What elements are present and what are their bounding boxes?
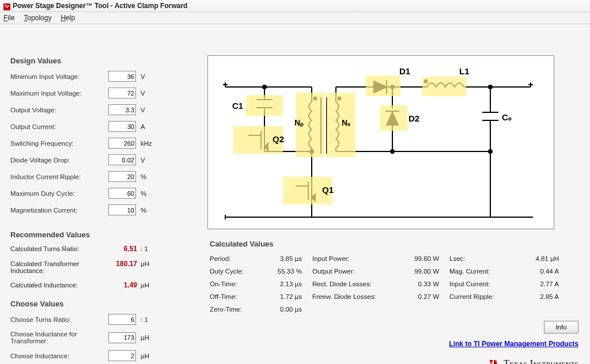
- label-d2: D2: [409, 113, 419, 123]
- recommended-row: Calculated Turns Ratio:6.51: 1: [10, 245, 195, 253]
- design-value-unit: %: [141, 207, 158, 214]
- calc-row: Input Power:99.60 W: [312, 255, 439, 262]
- design-value-unit: %: [141, 173, 158, 180]
- choose-title: Choose Values: [10, 299, 195, 308]
- design-value-input[interactable]: [108, 171, 136, 182]
- menu-topology[interactable]: Topology: [24, 12, 51, 24]
- design-value-label: Output Voltage:: [10, 107, 108, 113]
- design-value-input[interactable]: [108, 154, 136, 165]
- calc-row: Output Power:99.00 W: [312, 268, 439, 275]
- design-value-label: Inductor Current Ripple:: [10, 173, 108, 180]
- calc-row: Duty Cycle:55.33 %: [210, 268, 302, 275]
- window-title: Power Stage Designer™ Tool - Active Clam…: [13, 0, 187, 12]
- ti-brand-text: Texas Instruments: [504, 358, 578, 364]
- design-value-row: Maximum Input Voltage:V: [10, 88, 195, 98]
- design-value-unit: V: [141, 73, 158, 80]
- label-d1: D1: [399, 66, 410, 76]
- choose-input[interactable]: [108, 350, 136, 361]
- design-value-unit: %: [141, 190, 158, 197]
- left-panel: Design Values Minimum Input Voltage:VMax…: [10, 56, 195, 364]
- choose-row: Choose Inductance for Transformer:µH: [10, 331, 195, 344]
- app-icon: [3, 2, 10, 9]
- menu-file[interactable]: File: [3, 12, 14, 24]
- design-value-input[interactable]: [108, 121, 136, 132]
- calc-value: 0.00 µs: [280, 306, 302, 313]
- design-value-label: Diode Voltage Drop:: [10, 157, 108, 164]
- calc-label: Off-Time:: [210, 293, 237, 300]
- recommended-row: Calculated Inductance:1.49µH: [10, 281, 195, 289]
- label-ns: Nₛ: [342, 118, 350, 127]
- calc-row: Freew. Diode Losses:0.27 W: [312, 293, 439, 300]
- design-value-label: Minimum Input Voltage:: [10, 73, 108, 80]
- calc-label: Duty Cycle:: [210, 268, 244, 275]
- design-value-input[interactable]: [108, 204, 136, 215]
- calc-value: 1.72 µs: [280, 293, 302, 300]
- calc-value: 2.77 A: [540, 280, 559, 287]
- calc-value: 0.27 W: [418, 293, 439, 300]
- design-value-input[interactable]: [108, 104, 136, 115]
- calc-value: 2.85 A: [540, 293, 559, 300]
- design-value-row: Output Current:A: [10, 121, 195, 132]
- recommended-suffix: µH: [141, 260, 149, 267]
- calculated-title: Calculated Values: [210, 240, 577, 248]
- choose-values-section: Choose Values Choose Turns Ratio:: 1Choo…: [10, 299, 195, 361]
- design-value-label: Maximum Duty Cycle:: [10, 190, 108, 197]
- svg-point-54: [489, 150, 492, 153]
- label-c1: C1: [232, 101, 243, 111]
- calc-label: Input Power:: [312, 255, 350, 262]
- choose-unit: µH: [141, 352, 158, 359]
- recommended-row: Calculated Transformer Inductance:180.17…: [10, 260, 195, 274]
- label-l1: L1: [459, 66, 470, 76]
- choose-input[interactable]: [108, 314, 136, 325]
- calc-label: Output Power:: [312, 268, 355, 275]
- recommended-label: Calculated Inductance:: [10, 282, 108, 289]
- recommended-title: Recommended Values: [10, 230, 195, 239]
- choose-row: Choose Inductance:µH: [10, 350, 195, 361]
- calc-label: Zero-Time:: [210, 306, 242, 313]
- menu-help[interactable]: Help: [60, 12, 75, 24]
- label-co: Cₒ: [502, 112, 512, 123]
- calc-value: 0.44 A: [540, 268, 559, 275]
- recommended-value: 1.49: [108, 281, 137, 289]
- choose-row: Choose Turns Ratio:: 1: [10, 314, 195, 325]
- choose-label: Choose Inductance for Transformer:: [10, 331, 108, 344]
- design-value-label: Switching Frequency:: [10, 140, 108, 147]
- design-value-input[interactable]: [108, 138, 136, 149]
- info-button[interactable]: Info: [544, 321, 578, 333]
- calculated-section: Calculated Values Period:3.85 µsDuty Cyc…: [210, 240, 577, 318]
- calc-label: On-Time:: [210, 280, 237, 287]
- design-value-unit: V: [141, 90, 158, 97]
- choose-input[interactable]: [108, 332, 136, 343]
- design-value-row: Diode Voltage Drop:V: [10, 154, 195, 165]
- design-value-input[interactable]: [108, 88, 136, 98]
- calc-value: 55.33 %: [278, 268, 302, 275]
- choose-label: Choose Turns Ratio:: [10, 316, 108, 323]
- design-value-input[interactable]: [108, 188, 136, 199]
- design-value-unit: kHz: [141, 140, 158, 147]
- ti-logo: Texas Instruments: [489, 358, 578, 364]
- right-panel: C1 Q2 Q1 Nₚ Nₛ D1 D2 L1 Cₒ Calculated Va…: [207, 55, 577, 318]
- design-values-title: Design Values: [10, 56, 195, 65]
- calc-row: Rect. Diode Losses:0.33 W: [312, 280, 439, 287]
- recommended-suffix: : 1: [141, 245, 148, 252]
- svg-rect-0: [3, 3, 10, 10]
- choose-unit: : 1: [141, 316, 158, 323]
- menubar: File Topology Help: [0, 12, 590, 24]
- design-value-input[interactable]: [108, 71, 136, 82]
- calc-row: On-Time:2.13 µs: [210, 280, 302, 287]
- design-value-row: Magnetization Current:%: [10, 204, 195, 215]
- calc-label: Input Current:: [449, 280, 490, 287]
- choose-label: Choose Inductance:: [10, 352, 108, 359]
- svg-point-49: [263, 85, 266, 89]
- svg-point-52: [391, 150, 394, 153]
- link-ti-pm[interactable]: Link to TI Power Management Products: [449, 340, 578, 348]
- calc-value: 0.33 W: [418, 280, 439, 287]
- window-titlebar: Power Stage Designer™ Tool - Active Clam…: [0, 0, 590, 12]
- design-value-unit: V: [141, 107, 158, 113]
- design-value-row: Maximum Duty Cycle:%: [10, 188, 195, 199]
- calc-label: Rect. Diode Losses:: [312, 280, 372, 287]
- calc-label: Mag. Current:: [449, 268, 490, 275]
- design-value-row: Inductor Current Ripple:%: [10, 171, 195, 182]
- calc-label: Period:: [210, 255, 230, 262]
- calc-row: Off-Time:1.72 µs: [210, 293, 302, 300]
